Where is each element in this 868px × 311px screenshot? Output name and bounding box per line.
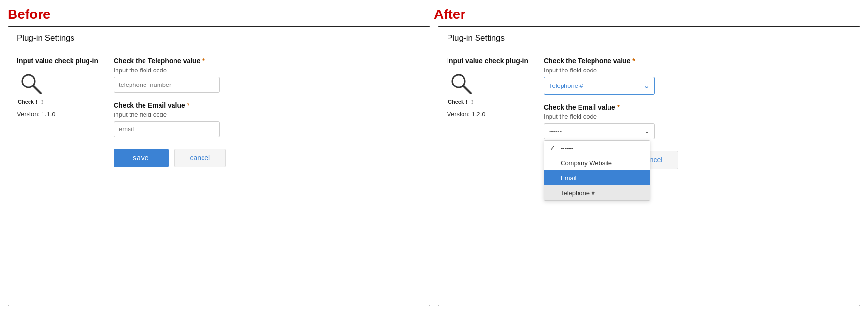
- before-panel-title: Plug-in Settings: [8, 27, 430, 48]
- before-email-label: Check the Email value *: [114, 101, 421, 109]
- after-email-label: Check the Email value *: [544, 103, 851, 111]
- after-telephone-chevron-icon: ⌄: [643, 81, 650, 90]
- after-panel: Plug-in Settings Input value check plug-…: [438, 26, 860, 306]
- before-label: Before: [8, 5, 434, 26]
- before-plugin-version: Version: 1.1.0: [17, 111, 99, 118]
- before-email-field-group: Check the Email value * Input the field …: [114, 101, 421, 137]
- after-panel-title: Plug-in Settings: [438, 27, 860, 48]
- after-telephone-label: Check the Telephone value *: [544, 57, 851, 65]
- after-telephone-hint: Input the field code: [544, 67, 851, 74]
- before-email-input[interactable]: [114, 121, 220, 137]
- before-telephone-input[interactable]: [114, 77, 220, 93]
- after-plugin-info-title: Input value check plug-in: [447, 57, 529, 65]
- before-cancel-button[interactable]: cancel: [174, 149, 226, 167]
- after-telephone-dropdown[interactable]: Telephone # ⌄: [544, 77, 655, 95]
- before-check-label: Check！！: [18, 99, 44, 106]
- after-dropdown-check-icon: ✓: [550, 144, 557, 152]
- after-email-hint: Input the field code: [544, 113, 851, 120]
- before-save-button[interactable]: save: [114, 149, 169, 167]
- after-dropdown-item-email[interactable]: Email: [544, 170, 650, 185]
- after-settings-form: Check the Telephone value * Input the fi…: [544, 57, 851, 297]
- before-plugin-icon-area: Check！！: [17, 70, 99, 106]
- before-settings-form: Check the Telephone value * Input the fi…: [114, 57, 421, 297]
- after-dropdown-item-blank[interactable]: ✓ ------: [544, 141, 650, 156]
- after-email-dropdown-container: ------ ⌄ ✓ ------ Company Website: [544, 123, 655, 139]
- after-telephone-field-group: Check the Telephone value * Input the fi…: [544, 57, 851, 95]
- after-plugin-info: Input value check plug-in Check！！ Versio…: [447, 57, 529, 297]
- svg-line-3: [463, 85, 471, 93]
- before-telephone-hint: Input the field code: [114, 67, 421, 74]
- after-label: After: [434, 5, 860, 26]
- before-panel: Plug-in Settings Input value check plug-…: [8, 26, 430, 306]
- before-plugin-icon: [17, 70, 46, 99]
- after-check-label: Check！！: [448, 99, 475, 106]
- after-plugin-version: Version: 1.2.0: [447, 111, 529, 118]
- before-telephone-label: Check the Telephone value *: [114, 57, 421, 65]
- after-email-chevron-icon: ⌄: [644, 127, 650, 135]
- after-plugin-icon-area: Check！！: [447, 70, 529, 106]
- svg-line-1: [33, 85, 41, 93]
- after-email-dropdown-trigger[interactable]: ------ ⌄: [544, 123, 655, 139]
- after-telephone-dropdown-value: Telephone #: [549, 82, 583, 89]
- before-plugin-info: Input value check plug-in Check！！ Versio…: [17, 57, 99, 297]
- after-plugin-icon: [447, 70, 476, 99]
- after-email-dropdown-menu: ✓ ------ Company Website Email: [544, 140, 650, 201]
- after-magnifier-icon: [449, 71, 474, 97]
- before-plugin-info-title: Input value check plug-in: [17, 57, 99, 65]
- before-magnifier-icon: [19, 71, 44, 97]
- after-email-dropdown-value: ------: [549, 127, 562, 135]
- after-email-field-group: Check the Email value * Input the field …: [544, 103, 851, 139]
- after-dropdown-item-telephone[interactable]: Telephone #: [544, 185, 650, 200]
- after-dropdown-item-company-website[interactable]: Company Website: [544, 156, 650, 170]
- before-btn-row: save cancel: [114, 149, 421, 167]
- before-telephone-field-group: Check the Telephone value * Input the fi…: [114, 57, 421, 93]
- before-email-hint: Input the field code: [114, 111, 421, 118]
